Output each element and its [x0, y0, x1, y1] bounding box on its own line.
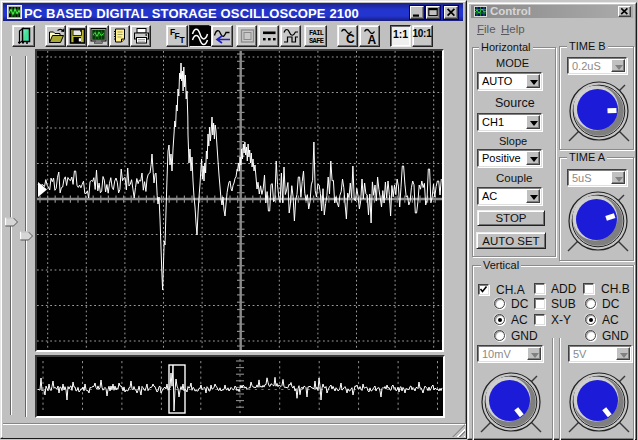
svg-text:T: T — [179, 35, 185, 45]
svg-text:C: C — [346, 32, 355, 46]
svg-text:FAIL: FAIL — [309, 29, 324, 37]
svg-text:A: A — [367, 33, 376, 47]
svg-text:SAFE: SAFE — [309, 37, 324, 45]
